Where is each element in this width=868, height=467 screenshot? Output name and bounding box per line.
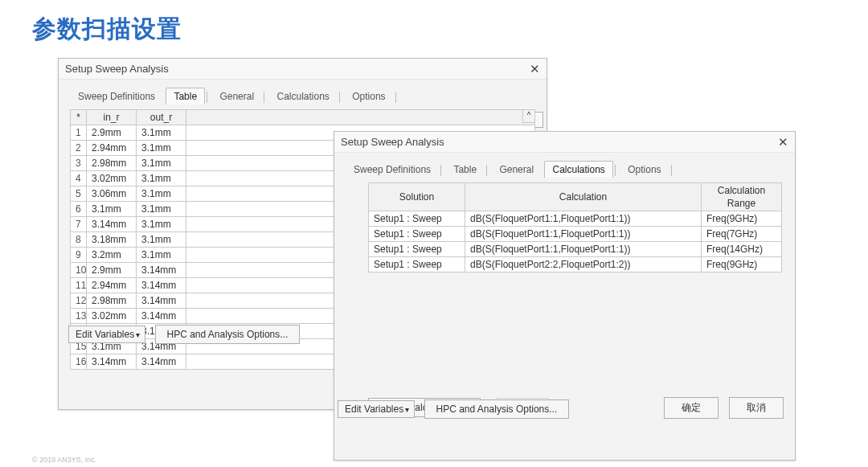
row-number: 1 bbox=[71, 125, 87, 141]
cell-out-r[interactable]: 3.14mm bbox=[137, 278, 186, 293]
cell-out-r[interactable]: 3.14mm bbox=[137, 354, 186, 370]
cell-in-r[interactable]: 2.9mm bbox=[87, 125, 137, 141]
cell-range[interactable]: Freq(9GHz) bbox=[702, 211, 782, 227]
col-in-r[interactable]: in_r bbox=[87, 110, 137, 125]
chevron-down-icon: ▾ bbox=[405, 405, 409, 414]
edit-variables-label: Edit Variables bbox=[345, 404, 403, 415]
tab-general[interactable]: General bbox=[491, 161, 542, 178]
row-number: 13 bbox=[71, 309, 87, 324]
tab-sweep-definitions[interactable]: Sweep Definitions bbox=[70, 88, 163, 104]
cell-range[interactable]: Freq(14GHz) bbox=[702, 242, 782, 257]
cell-range[interactable]: Freq(7GHz) bbox=[702, 227, 782, 242]
row-number: 11 bbox=[71, 278, 87, 293]
edit-variables-button[interactable]: Edit Variables▾ bbox=[68, 326, 145, 343]
hpc-options-button[interactable]: HPC and Analysis Options... bbox=[155, 325, 301, 344]
table-row[interactable]: Setup1 : SweepdB(S(FloquetPort1:1,Floque… bbox=[369, 227, 782, 242]
tab-calculations[interactable]: Calculations bbox=[544, 161, 612, 178]
tabstrip-dlg1: Sweep Definitions Table General Calculat… bbox=[70, 88, 535, 104]
row-number: 16 bbox=[71, 354, 87, 370]
titlebar: Setup Sweep Analysis ✕ bbox=[334, 132, 795, 153]
cell-in-r[interactable]: 3.18mm bbox=[87, 232, 137, 248]
titlebar: Setup Sweep Analysis ✕ bbox=[59, 59, 547, 80]
table-row[interactable]: Setup1 : SweepdB(S(FloquetPort1:1,Floque… bbox=[369, 211, 782, 227]
col-star[interactable]: * bbox=[71, 110, 87, 125]
cancel-button[interactable]: 取消 bbox=[729, 397, 784, 419]
table-row: * in_r out_r bbox=[71, 110, 535, 125]
calculations-table: Solution Calculation Calculation Range S… bbox=[368, 182, 782, 272]
cell-out-r[interactable]: 3.1mm bbox=[137, 141, 186, 156]
cell-in-r[interactable]: 3.02mm bbox=[87, 309, 137, 324]
cell-out-r[interactable]: 3.14mm bbox=[137, 293, 186, 309]
row-number: 6 bbox=[71, 202, 87, 217]
cell-in-r[interactable]: 2.94mm bbox=[87, 141, 137, 156]
edit-variables-button[interactable]: Edit Variables▾ bbox=[338, 400, 415, 418]
cell-out-r[interactable]: 3.14mm bbox=[137, 263, 186, 278]
col-out-r[interactable]: out_r bbox=[137, 110, 186, 125]
row-number: 5 bbox=[71, 186, 87, 202]
cell-calculation[interactable]: dB(S(FloquetPort1:1,FloquetPort1:1)) bbox=[465, 227, 702, 242]
cell-solution[interactable]: Setup1 : Sweep bbox=[369, 257, 465, 272]
tab-calculations[interactable]: Calculations bbox=[268, 88, 337, 104]
cell-out-r[interactable]: 3.1mm bbox=[137, 202, 186, 217]
row-number: 10 bbox=[71, 263, 87, 278]
hpc-options-button[interactable]: HPC and Analysis Options... bbox=[424, 399, 570, 419]
close-icon[interactable]: ✕ bbox=[530, 59, 540, 80]
tab-table[interactable]: Table bbox=[445, 161, 485, 178]
cell-out-r[interactable]: 3.1mm bbox=[137, 171, 186, 186]
cell-in-r[interactable]: 3.06mm bbox=[87, 186, 137, 202]
col-calculation[interactable]: Calculation bbox=[465, 183, 702, 211]
cell-out-r[interactable]: 3.1mm bbox=[137, 186, 186, 202]
cell-calculation[interactable]: dB(S(FloquetPort1:1,FloquetPort1:1)) bbox=[465, 211, 702, 227]
tab-options[interactable]: Options bbox=[344, 88, 393, 104]
cell-in-r[interactable]: 3.1mm bbox=[87, 202, 137, 217]
cell-calculation[interactable]: dB(S(FloquetPort1:1,FloquetPort1:1)) bbox=[465, 242, 702, 257]
col-solution[interactable]: Solution bbox=[369, 183, 465, 211]
tab-table[interactable]: Table bbox=[166, 88, 205, 104]
row-number: 9 bbox=[71, 248, 87, 263]
window-title: Setup Sweep Analysis bbox=[341, 136, 444, 148]
cell-solution[interactable]: Setup1 : Sweep bbox=[369, 227, 465, 242]
tab-general[interactable]: General bbox=[211, 88, 262, 104]
chevron-down-icon: ▾ bbox=[136, 330, 140, 339]
row-number: 7 bbox=[71, 217, 87, 232]
cell-out-r[interactable]: 3.1mm bbox=[137, 217, 186, 232]
cell-in-r[interactable]: 2.98mm bbox=[87, 156, 137, 171]
cell-in-r[interactable]: 3.02mm bbox=[87, 171, 137, 186]
edit-variables-label: Edit Variables bbox=[76, 329, 134, 340]
cell-out-r[interactable]: 3.14mm bbox=[137, 309, 186, 324]
cell-in-r[interactable]: 3.14mm bbox=[87, 217, 137, 232]
close-icon[interactable]: ✕ bbox=[778, 132, 788, 153]
cell-range[interactable]: Freq(9GHz) bbox=[702, 257, 782, 272]
tab-sweep-definitions[interactable]: Sweep Definitions bbox=[346, 161, 439, 178]
row-number: 3 bbox=[71, 156, 87, 171]
col-range[interactable]: Calculation Range bbox=[702, 183, 782, 211]
window-title: Setup Sweep Analysis bbox=[65, 63, 169, 75]
tab-options[interactable]: Options bbox=[620, 161, 669, 178]
cell-in-r[interactable]: 2.98mm bbox=[87, 293, 137, 309]
cell-out-r[interactable]: 3.1mm bbox=[137, 125, 186, 141]
page-title: 参数扫描设置 bbox=[32, 13, 182, 46]
cell-calculation[interactable]: dB(S(FloquetPort2:2,FloquetPort1:2)) bbox=[465, 257, 702, 272]
sweep-dialog-calculations: Setup Sweep Analysis ✕ Sweep Definitions… bbox=[334, 131, 796, 461]
cell-in-r[interactable]: 2.94mm bbox=[87, 278, 137, 293]
row-number: 8 bbox=[71, 232, 87, 248]
row-number: 2 bbox=[71, 141, 87, 156]
table-row[interactable]: Setup1 : SweepdB(S(FloquetPort1:1,Floque… bbox=[369, 242, 782, 257]
cell-in-r[interactable]: 3.14mm bbox=[87, 354, 137, 370]
cell-solution[interactable]: Setup1 : Sweep bbox=[369, 211, 465, 227]
table-row: Solution Calculation Calculation Range bbox=[369, 183, 782, 211]
cell-out-r[interactable]: 3.1mm bbox=[137, 156, 186, 171]
col-blank bbox=[186, 110, 535, 125]
cell-solution[interactable]: Setup1 : Sweep bbox=[369, 242, 465, 257]
cell-in-r[interactable]: 3.2mm bbox=[87, 248, 137, 263]
row-number: 12 bbox=[71, 293, 87, 309]
footer-copyright: © 2019 AN3YS, Inc. bbox=[32, 456, 96, 464]
table-row[interactable]: Setup1 : SweepdB(S(FloquetPort2:2,Floque… bbox=[369, 257, 782, 272]
scroll-up-icon[interactable]: ^ bbox=[522, 109, 535, 123]
cell-out-r[interactable]: 3.1mm bbox=[137, 232, 186, 248]
ok-button[interactable]: 确定 bbox=[664, 397, 719, 419]
row-number: 4 bbox=[71, 171, 87, 186]
cell-out-r[interactable]: 3.1mm bbox=[137, 248, 186, 263]
cell-in-r[interactable]: 2.9mm bbox=[87, 263, 137, 278]
tabstrip-dlg2: Sweep Definitions Table General Calculat… bbox=[346, 161, 784, 178]
